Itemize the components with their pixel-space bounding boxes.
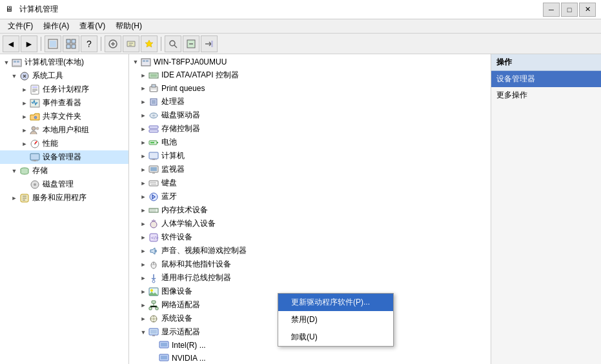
lbl-battery: 电池 bbox=[161, 137, 177, 148]
middle-item-sound[interactable]: ► 声音、视频和游戏控制器 bbox=[129, 244, 491, 258]
middle-item-hid[interactable]: ► 人体学输入设备 bbox=[129, 217, 491, 230]
lbl-monitor: 监视器 bbox=[161, 164, 185, 175]
menu-view[interactable]: 查看(V) bbox=[74, 19, 110, 33]
left-item-task-scheduler[interactable]: ► 任务计划程序 bbox=[0, 83, 128, 96]
icon-root bbox=[12, 57, 22, 68]
svg-rect-38 bbox=[152, 85, 156, 87]
svg-rect-58 bbox=[154, 182, 156, 183]
arr-nvidia bbox=[150, 354, 158, 362]
lbl-computer: 计算机 bbox=[161, 150, 185, 161]
svg-rect-16 bbox=[32, 86, 37, 88]
left-item-system-tools-label: 系统工具 bbox=[32, 70, 63, 81]
middle-item-nvidia[interactable]: NVIDIA ... bbox=[129, 352, 491, 364]
toolbar-sep1 bbox=[41, 37, 41, 51]
middle-item-disk[interactable]: ► 磁盘驱动器 bbox=[129, 108, 491, 122]
icon-system-tools bbox=[19, 71, 30, 81]
icon-event bbox=[30, 98, 40, 108]
title-bar: 🖥 计算机管理 ─ □ ✕ bbox=[0, 0, 601, 19]
context-menu-disable[interactable]: 禁用(D) bbox=[278, 311, 393, 329]
arrow-root: ▼ bbox=[3, 59, 10, 66]
toolbar-btn2[interactable] bbox=[63, 35, 79, 52]
menu-action[interactable]: 操作(A) bbox=[38, 19, 74, 33]
toolbar-forward[interactable]: ► bbox=[21, 35, 37, 52]
icon-system bbox=[148, 314, 159, 324]
left-item-task-label: 任务计划程序 bbox=[43, 84, 89, 95]
middle-item-print[interactable]: ► Print queues bbox=[129, 82, 491, 95]
left-item-root-label: 计算机管理(本地) bbox=[25, 57, 84, 68]
minimize-button[interactable]: ─ bbox=[543, 3, 560, 17]
lbl-disk: 磁盘驱动器 bbox=[161, 110, 200, 121]
toolbar-btn4[interactable] bbox=[123, 35, 139, 52]
middle-panel: ▼ WIN-T8FPJA0UMUU ► IDE ATA/ATAPI 控制器 ► … bbox=[129, 54, 491, 364]
svg-point-65 bbox=[150, 221, 157, 228]
toolbar-btn3[interactable] bbox=[105, 35, 121, 52]
middle-item-battery[interactable]: ► 电池 bbox=[129, 136, 491, 149]
svg-rect-25 bbox=[30, 154, 39, 160]
arr-network: ► bbox=[139, 301, 147, 309]
close-button[interactable]: ✕ bbox=[579, 3, 596, 17]
arr-usb: ► bbox=[139, 274, 147, 282]
left-item-disk-mgmt[interactable]: 磁盘管理 bbox=[0, 177, 128, 191]
left-item-storage[interactable]: ▼ 存储 bbox=[0, 164, 128, 177]
right-panel-device-manager[interactable]: 设备管理器 bbox=[491, 71, 601, 87]
middle-icon-root bbox=[141, 57, 151, 67]
toolbar-btn1[interactable] bbox=[45, 35, 61, 52]
middle-item-computer[interactable]: ► 计算机 bbox=[129, 149, 491, 163]
left-panel: ▼ 计算机管理(本地) ▼ 系统工具 ► 任务计划程序 ► bbox=[0, 54, 129, 364]
toolbar-btn6[interactable] bbox=[165, 35, 181, 52]
left-item-event-viewer[interactable]: ► 事件查看器 bbox=[0, 96, 128, 110]
context-menu-update[interactable]: 更新驱动程序软件(P)... bbox=[278, 294, 393, 311]
left-item-dev-label: 设备管理器 bbox=[43, 152, 81, 163]
icon-memory bbox=[148, 205, 159, 216]
context-menu-uninstall[interactable]: 卸载(U) bbox=[278, 329, 393, 346]
middle-item-mouse[interactable]: ► 鼠标和其他指针设备 bbox=[129, 258, 491, 271]
left-item-local-users[interactable]: ► 本地用户和组 bbox=[0, 123, 128, 137]
arrow-dev bbox=[21, 154, 28, 161]
left-item-services[interactable]: ► 服务和应用程序 bbox=[0, 191, 128, 205]
middle-item-ide[interactable]: ► IDE ATA/ATAPI 控制器 bbox=[129, 68, 491, 82]
svg-rect-44 bbox=[149, 126, 158, 128]
middle-item-bluetooth[interactable]: ► 蓝牙 bbox=[129, 190, 491, 203]
menu-help[interactable]: 帮助(H) bbox=[110, 19, 147, 33]
svg-rect-80 bbox=[150, 330, 157, 334]
svg-rect-5 bbox=[72, 45, 76, 48]
icon-battery bbox=[148, 137, 159, 148]
svg-point-71 bbox=[152, 280, 155, 283]
middle-item-cpu[interactable]: ► 处理器 bbox=[129, 95, 491, 108]
toolbar-sep2 bbox=[101, 37, 101, 51]
left-item-shared-folders[interactable]: ► 共享文件夹 bbox=[0, 110, 128, 123]
window-controls[interactable]: ─ □ ✕ bbox=[543, 3, 596, 17]
toolbar-btn8[interactable] bbox=[201, 35, 218, 52]
middle-root[interactable]: ▼ WIN-T8FPJA0UMUU bbox=[129, 56, 491, 68]
toolbar-btn5[interactable] bbox=[141, 35, 158, 52]
icon-print bbox=[148, 83, 159, 94]
middle-item-monitor[interactable]: ► 监视器 bbox=[129, 163, 491, 176]
maximize-button[interactable]: □ bbox=[561, 3, 578, 17]
middle-item-software-dev[interactable]: ► </> 软件设备 bbox=[129, 230, 491, 244]
toolbar-back[interactable]: ◄ bbox=[3, 35, 19, 52]
right-panel-more-actions[interactable]: 更多操作 bbox=[491, 87, 601, 103]
lbl-hid: 人体学输入设备 bbox=[161, 218, 216, 229]
icon-sound bbox=[148, 246, 159, 256]
left-item-performance[interactable]: ► 性能 bbox=[0, 137, 128, 150]
svg-point-22 bbox=[36, 127, 39, 130]
middle-item-keyboard[interactable]: ► 键盘 bbox=[129, 176, 491, 190]
toolbar-btn7[interactable] bbox=[183, 35, 199, 52]
middle-item-memory[interactable]: ► 内存技术设备 bbox=[129, 203, 491, 217]
toolbar: ◄ ► ? bbox=[0, 34, 601, 54]
middle-item-storage[interactable]: ► 存储控制器 bbox=[129, 122, 491, 136]
left-item-system-tools[interactable]: ▼ 系统工具 bbox=[0, 69, 128, 83]
menu-file[interactable]: 文件(F) bbox=[3, 19, 38, 33]
left-item-device-manager[interactable]: 设备管理器 bbox=[0, 150, 128, 164]
svg-rect-34 bbox=[146, 60, 148, 62]
icon-disk bbox=[30, 179, 40, 190]
lbl-keyboard: 键盘 bbox=[161, 177, 177, 188]
middle-item-usb[interactable]: ► 通用串行总线控制器 bbox=[129, 271, 491, 285]
left-item-root[interactable]: ▼ 计算机管理(本地) bbox=[0, 56, 128, 69]
icon-hid bbox=[148, 219, 159, 229]
title-left: 🖥 计算机管理 bbox=[5, 4, 58, 15]
arr-storage: ► bbox=[139, 125, 147, 133]
arrow-users: ► bbox=[21, 126, 28, 134]
toolbar-help[interactable]: ? bbox=[81, 35, 97, 52]
arr-monitor: ► bbox=[139, 166, 147, 174]
